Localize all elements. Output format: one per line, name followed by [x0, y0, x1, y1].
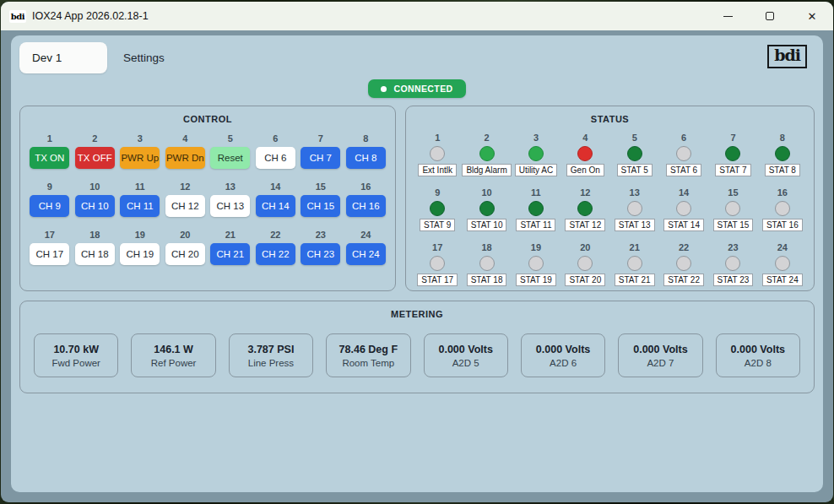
close-button[interactable]: ✕ [791, 2, 833, 30]
control-button-ch-13[interactable]: CH 13 [210, 195, 250, 217]
control-button-ch-18[interactable]: CH 18 [75, 243, 115, 265]
control-cell-16: 16CH 16 [344, 182, 389, 217]
tab-dev-1[interactable]: Dev 1 [19, 42, 107, 73]
control-cell-23: 23CH 23 [298, 230, 344, 265]
status-cell-12: 12STAT 12 [561, 187, 609, 231]
status-label: STAT 24 [762, 274, 803, 286]
meter-value: 3.787 PSI [247, 344, 294, 355]
status-grid: 1Ext Intlk2Bldg Alarm3Utility AC4Gen On5… [413, 133, 807, 286]
status-number: 1 [435, 133, 440, 143]
control-button-pwr-dn[interactable]: PWR Dn [165, 147, 205, 169]
tab-settings[interactable]: Settings [111, 42, 177, 73]
control-button-ch-24[interactable]: CH 24 [346, 243, 386, 265]
status-number: 11 [531, 187, 541, 198]
window-frame: Dev 1 Settings bdi CONNECTED CONTROL 1TX… [1, 30, 833, 502]
status-led-icon [725, 201, 740, 216]
control-cell-7: 7CH 7 [298, 133, 344, 169]
panels-row: CONTROL 1TX ON2TX OFF3PWR Up4PWR Dn5Rese… [19, 106, 815, 291]
control-cell-20: 20CH 20 [163, 230, 208, 265]
status-led-icon [479, 201, 495, 216]
title-bar: bdi IOX24 App 2026.02.18-1 ✕ [1, 2, 833, 30]
status-led-icon [725, 256, 740, 271]
close-icon: ✕ [808, 11, 817, 22]
status-label: STAT 18 [467, 274, 507, 286]
control-cell-9: 9CH 9 [27, 182, 73, 217]
minimize-button[interactable] [707, 2, 749, 30]
connection-status-badge: CONNECTED [368, 79, 465, 98]
meter-value: 10.70 kW [53, 344, 99, 355]
status-number: 2 [485, 133, 490, 143]
status-number: 6 [681, 133, 686, 143]
control-cell-14: 14CH 14 [253, 182, 299, 217]
control-button-ch-23[interactable]: CH 23 [301, 243, 340, 265]
control-grid: 1TX ON2TX OFF3PWR Up4PWR Dn5Reset6CH 67C… [27, 133, 388, 265]
status-number: 14 [679, 187, 689, 198]
status-led-icon [528, 146, 544, 161]
control-button-ch-7[interactable]: CH 7 [301, 147, 340, 169]
control-number: 4 [182, 133, 187, 144]
status-led-icon [676, 256, 691, 271]
control-number: 20 [180, 230, 190, 240]
control-number: 14 [270, 182, 280, 192]
control-button-tx-on[interactable]: TX ON [30, 147, 69, 169]
control-cell-22: 22CH 22 [253, 230, 299, 265]
control-button-ch-19[interactable]: CH 19 [120, 243, 160, 265]
status-cell-24: 24STAT 24 [758, 242, 807, 286]
control-button-ch-17[interactable]: CH 17 [30, 243, 69, 265]
control-button-ch-6[interactable]: CH 6 [256, 147, 295, 169]
control-button-ch-12[interactable]: CH 12 [165, 195, 205, 217]
control-button-ch-11[interactable]: CH 11 [120, 195, 160, 217]
control-button-ch-9[interactable]: CH 9 [30, 195, 69, 217]
control-cell-17: 17CH 17 [27, 230, 73, 265]
control-button-ch-14[interactable]: CH 14 [256, 195, 295, 217]
control-cell-4: 4PWR Dn [163, 133, 208, 169]
status-led-icon [775, 146, 790, 161]
status-panel: STATUS 1Ext Intlk2Bldg Alarm3Utility AC4… [405, 106, 815, 291]
meters-row: 10.70 kWFwd Power146.1 WRef Power3.787 P… [34, 333, 800, 377]
status-panel-title: STATUS [413, 114, 807, 124]
control-button-tx-off[interactable]: TX OFF [75, 147, 115, 169]
control-button-ch-16[interactable]: CH 16 [346, 195, 386, 217]
status-led-icon [627, 256, 642, 271]
app-window: bdi IOX24 App 2026.02.18-1 ✕ Dev 1 Setti… [1, 2, 833, 502]
status-number: 5 [632, 133, 637, 143]
status-label: STAT 17 [417, 274, 458, 286]
status-led-icon [627, 201, 642, 216]
control-button-ch-8[interactable]: CH 8 [346, 147, 386, 169]
status-label: STAT 23 [713, 274, 754, 286]
status-label: STAT 21 [615, 274, 655, 286]
status-number: 13 [630, 187, 640, 198]
control-button-ch-20[interactable]: CH 20 [165, 243, 205, 265]
status-label: STAT 16 [762, 219, 803, 231]
status-number: 18 [481, 242, 491, 252]
control-number: 5 [228, 133, 233, 144]
status-led-icon [676, 201, 691, 216]
status-number: 22 [679, 242, 689, 252]
status-number: 21 [630, 242, 640, 252]
status-led-icon [577, 256, 593, 271]
control-button-ch-21[interactable]: CH 21 [210, 243, 250, 265]
status-label: Gen On [566, 164, 604, 176]
control-cell-8: 8CH 8 [344, 133, 389, 169]
meter-value: 0.000 Volts [536, 344, 590, 355]
connection-status-label: CONNECTED [393, 84, 452, 94]
status-cell-19: 19STAT 19 [512, 242, 561, 286]
status-cell-3: 3Utility AC [512, 133, 561, 176]
status-cell-20: 20STAT 20 [561, 242, 609, 286]
maximize-button[interactable] [749, 2, 791, 30]
control-button-ch-15[interactable]: CH 15 [301, 195, 340, 217]
meter-value: 0.000 Volts [731, 344, 785, 355]
connection-dot-icon [381, 86, 387, 92]
status-led-icon [430, 146, 445, 161]
control-button-reset[interactable]: Reset [210, 147, 250, 169]
control-button-ch-22[interactable]: CH 22 [256, 243, 295, 265]
meter-label: A2D 6 [550, 358, 577, 368]
control-button-ch-10[interactable]: CH 10 [75, 195, 115, 217]
control-number: 7 [318, 133, 323, 144]
control-button-pwr-up[interactable]: PWR Up [120, 147, 160, 169]
meter-box-line-press: 3.787 PSILine Press [229, 333, 313, 377]
meter-box-a2d-7: 0.000 VoltsA2D 7 [618, 333, 702, 377]
status-label: Bldg Alarm [462, 164, 511, 176]
status-number: 3 [533, 133, 539, 143]
metering-panel: METERING 10.70 kWFwd Power146.1 WRef Pow… [19, 301, 815, 393]
